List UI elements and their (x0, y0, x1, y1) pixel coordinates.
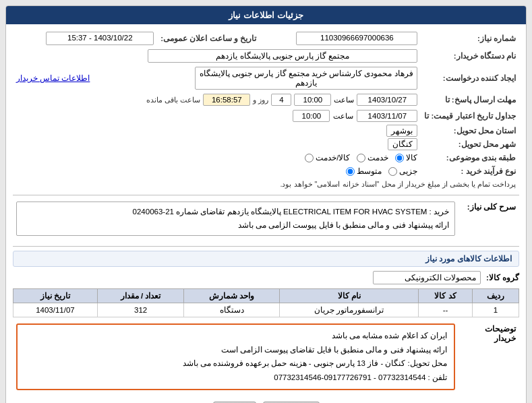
noe-radio-group: جزیی متوسط (346, 166, 417, 176)
sarh-row: سرح کلی نیاز: خرید : ELECTRICAL ITEM FOR… (13, 199, 519, 242)
radio-kala-khadamat[interactable]: کالا/خدمت (305, 153, 350, 162)
cell-naam: ترانسفورماتور جریان (280, 303, 419, 317)
description-table: توضیحات خریدار ایران کد اعلام شده مشابه … (13, 321, 519, 398)
radio-motavaset[interactable]: متوسط (346, 166, 382, 176)
radio-khadamat[interactable]: خدمت (357, 153, 388, 162)
row-shahr: شهر محل تحویل: کنگان (13, 137, 519, 151)
col-naam: نام کالا (280, 289, 419, 303)
row-mohlat: مهلت ارسال پاسخ: تا 1403/10/27 ساعت 10:0… (13, 92, 519, 108)
jadaval-row: 1403/11/07 ساعت 10:00 (16, 110, 417, 122)
row-ostan: استان محل تحویل: بوشهر (13, 124, 519, 137)
shahr-value: کنگان (388, 138, 417, 150)
table-head: ردیف کد کالا نام کالا واحد شمارش تعداد /… (13, 289, 519, 303)
ettelaat-link[interactable]: اطلاعات تماس خریدار (16, 74, 90, 82)
desc-line1: ایران کد اعلام شده مشابه می باشد (24, 329, 447, 343)
page-container: جزئیات اطلاعات نیاز شماره نیاز: 11030966… (0, 0, 532, 403)
grohe-row: گروه کالا: محصولات الکترونیکی (13, 271, 519, 284)
tarikh-value: 1403/10/22 - 15:37 (46, 32, 154, 45)
sarh-line2: ارائه پیشنهاد فنی و مالی منطبق با فایل پ… (22, 219, 449, 232)
tabaqe-label: طبقه بندی موضوعی: (421, 151, 519, 164)
row-namdastgah: نام دستگاه خریدار: مجتمع گاز پارس جنوبی … (13, 47, 519, 65)
col-vahed: واحد شمارش (184, 289, 280, 303)
main-card: جزئیات اطلاعات نیاز شماره نیاز: 11030966… (5, 5, 527, 403)
row-payment: پرداخت تمام یا بخشی از مبلغ خریدار از مح… (13, 178, 519, 191)
kala-table: ردیف کد کالا نام کالا واحد شمارش تعداد /… (13, 288, 519, 317)
description-content: ایران کد اعلام شده مشابه می باشد ارائه پ… (16, 323, 455, 390)
row-noefar: نوع فرآیند خرید : جزیی متوسط (13, 164, 519, 178)
tabaqe-radio-group: کالا خدمت کالا/خدمت (305, 153, 417, 162)
sarh-line1: خرید : ELECTRICAL ITEM FOR HVAC SYSTEM پ… (22, 206, 449, 219)
card-header: جزئیات اطلاعات نیاز (6, 6, 526, 24)
divider1 (13, 195, 519, 195)
card-body: شماره نیاز: 11030966697000636 تاریخ و سا… (6, 24, 526, 403)
mohlat-time: 10:00 (294, 94, 331, 106)
desc-line2: ارائه پیشنهاد فنی و مالی منطبق با فایل ت… (24, 343, 447, 357)
col-kod: کد کالا (418, 289, 472, 303)
jadaval-time: 10:00 (293, 110, 330, 122)
ijanad-value: فرهاد محمودی کارشناس خرید مجتمع گاز پارس… (195, 67, 417, 90)
mohlat-saet-label: ساعت (334, 96, 354, 104)
radio-kala-input[interactable] (395, 154, 404, 162)
grohe-value: محصولات الکترونیکی (373, 271, 481, 284)
shomare-label: شماره نیاز: (421, 30, 519, 47)
divider2 (13, 246, 519, 247)
sarh-content: خرید : ELECTRICAL ITEM FOR HVAC SYSTEM پ… (16, 202, 455, 236)
ettelaat-kala-title: اطلاعات کالاهای مورد نیاز (13, 251, 519, 267)
radio-kala-khadamat-label: کالا/خدمت (316, 153, 350, 162)
col-radif: ردیف (472, 289, 519, 303)
ostan-label: استان محل تحویل: (421, 124, 519, 137)
noe-label: نوع فرآیند خرید : (421, 164, 519, 178)
cell-tedad: 312 (97, 303, 183, 317)
mohlat-date: 1403/10/27 (357, 94, 417, 106)
cell-vahed: دستگاه (184, 303, 280, 317)
radio-khadamat-label: خدمت (367, 153, 388, 162)
payment-text: پرداخت تمام یا بخشی از مبلغ خریدار از مح… (13, 178, 519, 191)
page-title: جزئیات اطلاعات نیاز (229, 10, 303, 20)
jadaval-saet-label: ساعت (333, 112, 353, 121)
sarh-table: سرح کلی نیاز: خرید : ELECTRICAL ITEM FOR… (13, 199, 519, 242)
jadaval-date: 1403/11/07 (357, 110, 417, 122)
shahr-label: شهر محل تحویل: (421, 137, 519, 151)
sarh-label: سرح کلی نیاز: (459, 199, 519, 242)
mohlat-row: 1403/10/27 ساعت 10:00 4 روز و 16:58:57 س… (16, 94, 417, 106)
mohlat-label: مهلت ارسال پاسخ: تا (421, 92, 519, 108)
jadaval-label: جداول تاریخ اعتبار قیمت: تا (421, 108, 519, 124)
row-jadaval: جداول تاریخ اعتبار قیمت: تا 1403/11/07 س… (13, 108, 519, 124)
mohlat-remaining-text: ساعت باقی مانده (146, 96, 200, 104)
row-ijanad: ایجاد کننده درخواست: فرهاد محمودی کارشنا… (13, 65, 519, 92)
shomare-value: 11030966697000636 (296, 32, 417, 45)
col-tedad: تعداد / مقدار (97, 289, 183, 303)
description-row: توضیحات خریدار ایران کد اعلام شده مشابه … (13, 321, 519, 398)
ostan-value: بوشهر (386, 125, 417, 137)
tarikh-label: تاریخ و ساعت اعلان عمومی: (157, 30, 260, 47)
cell-kod: -- (418, 303, 472, 317)
desc-title: توضیحات خریدار (459, 321, 519, 398)
radio-kala-khadamat-input[interactable] (305, 154, 314, 162)
radio-jozi-input[interactable] (388, 167, 397, 176)
namdastgah-label: نام دستگاه خریدار: (421, 47, 519, 65)
desc-line3: محل تحویل: کنگان - فاز 13 پارس جنوبی - ه… (24, 356, 447, 371)
table-row: 1 -- ترانسفورماتور جریان دستگاه 312 1403… (13, 303, 519, 317)
ijanad-label: ایجاد کننده درخواست: (421, 65, 519, 92)
radio-kala-label: کالا (406, 153, 417, 162)
mohlat-remaining: 16:58:57 (203, 94, 250, 106)
table-body: 1 -- ترانسفورماتور جریان دستگاه 312 1403… (13, 303, 519, 317)
radio-jozi-label: جزیی (399, 166, 417, 176)
info-table: شماره نیاز: 11030966697000636 تاریخ و سا… (13, 30, 519, 191)
col-tarikh: تاریخ نیاز (13, 289, 98, 303)
radio-khadamat-input[interactable] (357, 154, 365, 162)
desc-line4: تلفن : 07732314544 - 09177726791-0773231… (24, 371, 447, 385)
radio-motavaset-label: متوسط (357, 166, 382, 176)
radio-jozi[interactable]: جزیی (388, 166, 417, 176)
table-header-row: ردیف کد کالا نام کالا واحد شمارش تعداد /… (13, 289, 519, 303)
cell-radif: 1 (472, 303, 519, 317)
mohlat-day: 4 (271, 94, 291, 106)
mohlat-roz: روز و (253, 96, 268, 104)
row-tabaqe: طبقه بندی موضوعی: کالا خدمت (13, 151, 519, 164)
radio-kala[interactable]: کالا (395, 153, 417, 162)
namdastgah-value: مجتمع گاز پارس جنوبی پالایشگاه یازدهم (148, 49, 417, 63)
grohe-label: گروه کالا: (486, 273, 519, 282)
row-shomare: شماره نیاز: 11030966697000636 تاریخ و سا… (13, 30, 519, 47)
cell-tarikh: 1403/11/07 (13, 303, 98, 317)
radio-motavaset-input[interactable] (346, 167, 355, 176)
